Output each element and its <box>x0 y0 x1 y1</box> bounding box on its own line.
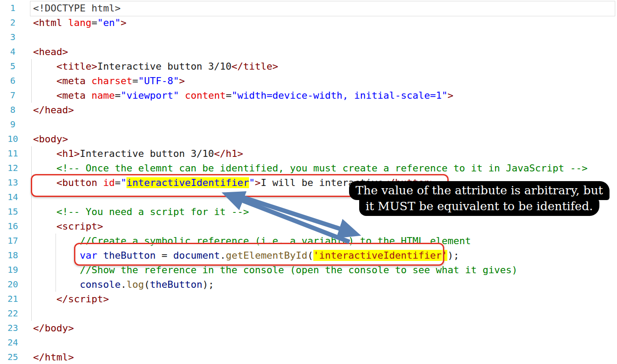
code-line[interactable]: 6 <meta charset="UTF-8"> <box>0 74 617 88</box>
line-number: 3 <box>0 30 26 45</box>
code-text: </head> <box>26 103 74 117</box>
code-line[interactable]: 12 <!-- Once the elemnt can be identifie… <box>0 161 617 175</box>
code-line[interactable]: 2<html lang="en"> <box>0 15 617 30</box>
line-number: 7 <box>0 88 26 103</box>
line-number: 4 <box>0 45 26 59</box>
code-text <box>26 335 33 350</box>
line-number: 6 <box>0 74 26 88</box>
code-line[interactable]: 23</body> <box>0 321 617 335</box>
line-number: 11 <box>0 146 26 161</box>
code-line[interactable]: 7 <meta name="viewport" content="width=d… <box>0 88 617 103</box>
code-line[interactable]: 3 <box>0 30 617 45</box>
line-number: 24 <box>0 335 26 350</box>
code-text: <!-- Once the elemnt can be identified, … <box>26 161 587 175</box>
code-line[interactable]: 25</html> <box>0 350 617 364</box>
code-line[interactable]: 22 <box>0 306 617 321</box>
line-number: 5 <box>0 59 26 74</box>
code-line[interactable]: 11 <h1>Interactive button 3/10</h1> <box>0 146 617 161</box>
code-text: <head> <box>26 45 68 59</box>
code-text: <meta charset="UTF-8"> <box>26 74 185 88</box>
code-text <box>26 30 33 45</box>
code-line[interactable]: 16 <script> <box>0 219 617 234</box>
line-number: 12 <box>0 161 26 175</box>
code-text: </body> <box>26 321 74 335</box>
line-number: 17 <box>0 234 26 248</box>
line-number: 25 <box>0 350 26 364</box>
line-number: 23 <box>0 321 26 335</box>
line-number: 14 <box>0 190 26 204</box>
code-line[interactable]: 9 <box>0 117 617 132</box>
code-line[interactable]: 10<body> <box>0 132 617 146</box>
code-text: </html> <box>26 350 74 364</box>
line-number: 15 <box>0 204 26 219</box>
code-text: console.log(theButton); <box>26 277 214 292</box>
line-number: 16 <box>0 219 26 234</box>
line-number: 9 <box>0 117 26 132</box>
code-text: <body> <box>26 132 68 146</box>
code-line[interactable]: 20 console.log(theButton); <box>0 277 617 292</box>
line-number: 2 <box>0 15 26 30</box>
code-text: <!DOCTYPE html> <box>26 1 121 15</box>
code-text: <!-- You need a script for it --> <box>26 204 249 219</box>
code-line[interactable]: 24 <box>0 335 617 350</box>
code-line[interactable]: 4<head> <box>0 45 617 59</box>
line-number: 13 <box>0 175 26 190</box>
callout-text-line-2: it MUST be equivalent to be identifed. <box>359 197 600 216</box>
line-number: 20 <box>0 277 26 292</box>
line-number: 19 <box>0 263 26 277</box>
code-text: <h1>Interactive button 3/10</h1> <box>26 146 243 161</box>
code-text: <html lang="en"> <box>26 15 126 30</box>
code-text: <script> <box>26 219 103 234</box>
code-line[interactable]: 21 </script> <box>0 292 617 306</box>
code-text: <title>Interactive button 3/10</title> <box>26 59 278 74</box>
code-line[interactable]: 1<!DOCTYPE html> <box>0 1 617 15</box>
line-number: 8 <box>0 103 26 117</box>
line-number: 10 <box>0 132 26 146</box>
code-text: </script> <box>26 292 109 306</box>
code-line[interactable]: 5 <title>Interactive button 3/10</title> <box>0 59 617 74</box>
annotation-box-getelementbyid-line <box>74 243 444 266</box>
code-text: <meta name="viewport" content="width=dev… <box>26 88 453 103</box>
annotation-callout: The value of the attribute is arbitrary,… <box>348 181 610 216</box>
line-number: 18 <box>0 248 26 263</box>
code-text <box>26 117 33 132</box>
line-number: 1 <box>0 1 26 15</box>
line-number: 22 <box>0 306 26 321</box>
code-line[interactable]: 8</head> <box>0 103 617 117</box>
code-text <box>26 306 33 321</box>
line-number: 21 <box>0 292 26 306</box>
